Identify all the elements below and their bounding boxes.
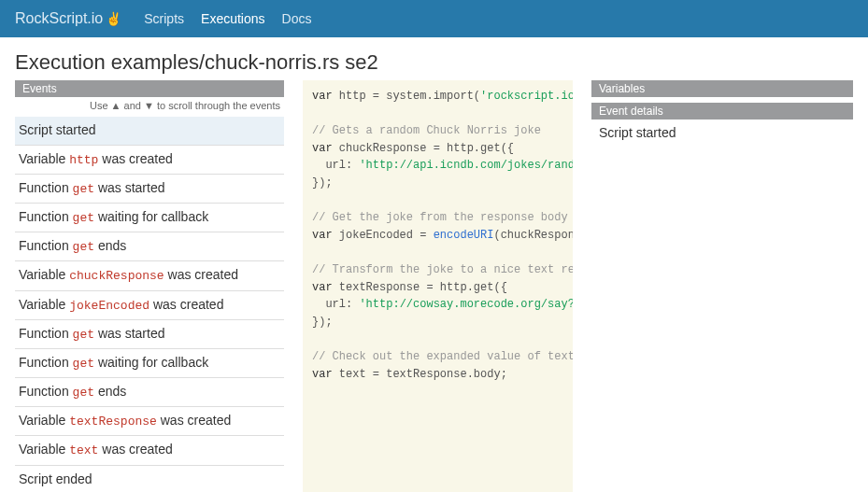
event-suffix: waiting for callback [94, 355, 208, 370]
code-line: var text = textResponse.body; [312, 366, 563, 384]
event-item[interactable]: Function get waiting for callback [15, 204, 284, 232]
nav-docs[interactable]: Docs [282, 11, 312, 26]
event-prefix: Function [19, 326, 73, 341]
event-suffix: was created [98, 151, 172, 166]
events-panel: Events Use ▲ and ▼ to scroll through the… [15, 80, 284, 492]
event-code: get [73, 357, 94, 371]
event-item[interactable]: Variable text was created [15, 436, 284, 465]
code-line [312, 192, 563, 210]
code-viewer: var http = system.import('rockscript.io/… [303, 80, 573, 492]
event-item[interactable]: Variable jokeEncoded was created [15, 291, 284, 320]
hand-rock-icon: ✌ [106, 11, 121, 26]
right-panels: Variables Event details Script started [591, 80, 853, 146]
event-item[interactable]: Script ended [15, 466, 284, 492]
event-code: jokeEncoded [69, 299, 149, 313]
event-code: get [73, 386, 94, 400]
event-item[interactable]: Variable chuckResponse was created [15, 261, 284, 290]
event-prefix: Variable [19, 297, 69, 312]
event-item[interactable]: Function get ends [15, 378, 284, 407]
code-line: var textResponse = http.get({ [312, 279, 563, 297]
details-text: Script started [591, 119, 853, 146]
event-code: get [73, 182, 94, 196]
event-prefix: Function [19, 180, 73, 195]
event-prefix: Function [19, 384, 73, 399]
code-line: }); [312, 314, 563, 331]
event-suffix: was started [94, 180, 164, 195]
code-line: // Gets a random Chuck Norris joke [312, 122, 563, 140]
event-suffix: ends [94, 238, 126, 253]
brand: RockScript.io ✌ [15, 10, 121, 27]
event-item[interactable]: Variable textResponse was created [15, 407, 284, 436]
event-suffix: was created [157, 413, 231, 428]
event-code: chuckResponse [69, 269, 164, 283]
code-line: // Get the joke from the response body [312, 209, 563, 227]
event-prefix: Function [19, 209, 73, 224]
event-code: text [69, 443, 98, 457]
events-list: Script startedVariable http was createdF… [15, 117, 284, 492]
event-prefix: Variable [19, 267, 69, 282]
event-item[interactable]: Script started [15, 117, 284, 146]
event-item[interactable]: Function get waiting for callback [15, 349, 284, 378]
code-line: var http = system.import('rockscript.io/… [312, 88, 563, 105]
code-line: // Check out the expanded value of text [312, 348, 563, 366]
event-prefix: Function [19, 355, 73, 370]
event-code: get [73, 328, 94, 342]
code-line: }); [312, 175, 563, 192]
code-line: url: 'http://api.icndb.com/jokes/random' [312, 157, 563, 175]
event-item[interactable]: Variable http was created [15, 146, 284, 175]
events-header: Events [15, 80, 284, 97]
event-prefix: Variable [19, 442, 69, 457]
code-line [312, 330, 563, 348]
event-code: get [73, 211, 94, 225]
main-container: Events Use ▲ and ▼ to scroll through the… [0, 80, 868, 492]
code-line [312, 105, 563, 123]
details-header: Event details [591, 103, 853, 119]
code-line: var chuckResponse = http.get({ [312, 140, 563, 158]
navbar: RockScript.io ✌ Scripts Executions Docs [0, 0, 868, 37]
event-suffix: was created [98, 442, 172, 457]
nav-scripts[interactable]: Scripts [144, 11, 184, 26]
event-suffix: ends [94, 384, 126, 399]
event-prefix: Variable [19, 413, 69, 428]
event-code: get [73, 240, 94, 254]
event-code: http [69, 153, 98, 167]
event-suffix: was created [164, 267, 238, 282]
code-line [312, 244, 563, 261]
page-title: Execution examples/chuck-norris.rs se2 [0, 37, 868, 80]
event-suffix: was created [149, 297, 223, 312]
event-item[interactable]: Function get was started [15, 320, 284, 349]
events-hint: Use ▲ and ▼ to scroll through the events [15, 97, 284, 117]
code-line: var jokeEncoded = encodeURI(chuckRespons… [312, 227, 563, 245]
event-item[interactable]: Function get was started [15, 175, 284, 204]
event-prefix: Function [19, 238, 73, 253]
event-prefix: Variable [19, 151, 69, 166]
event-item[interactable]: Function get ends [15, 232, 284, 261]
nav-executions[interactable]: Executions [201, 11, 264, 26]
variables-header: Variables [591, 80, 853, 97]
code-line: url: 'http://cowsay.morecode.org/say?mes… [312, 296, 563, 314]
event-code: textResponse [69, 415, 157, 429]
code-panel: var http = system.import('rockscript.io/… [303, 80, 573, 492]
brand-text: RockScript.io [15, 10, 103, 27]
event-suffix: was started [94, 326, 164, 341]
event-suffix: waiting for callback [94, 209, 208, 224]
code-line: // Transform the joke to a nice text rep… [312, 261, 563, 279]
